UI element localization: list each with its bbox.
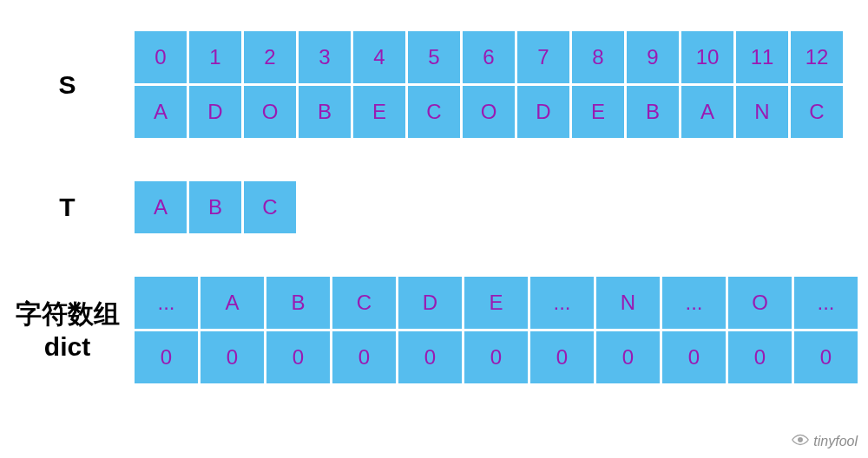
s-index-cell: 6 xyxy=(463,31,515,83)
t-char-cell: A xyxy=(135,181,187,233)
dict-value-cell: 0 xyxy=(201,331,264,383)
s-index-cell: 8 xyxy=(572,31,624,83)
s-char-cell: E xyxy=(572,86,624,138)
s-index-cell: 3 xyxy=(299,31,351,83)
section-t: T A B C xyxy=(0,181,868,233)
dict-value-cell: 0 xyxy=(596,331,660,383)
s-char-row: A D O B E C O D E B A N C xyxy=(135,86,843,138)
s-index-cell: 1 xyxy=(189,31,241,83)
dict-key-cell: C xyxy=(332,277,396,329)
dict-value-cell: 0 xyxy=(794,331,858,383)
svg-point-0 xyxy=(799,438,803,442)
dict-value-cell: 0 xyxy=(662,331,726,383)
s-char-cell: A xyxy=(681,86,733,138)
s-char-cell: C xyxy=(408,86,460,138)
s-char-cell: C xyxy=(791,86,843,138)
s-char-cell: E xyxy=(353,86,405,138)
label-t: T xyxy=(0,191,135,224)
s-index-cell: 7 xyxy=(517,31,569,83)
dict-key-cell: ... xyxy=(794,277,858,329)
dict-key-cell: D xyxy=(398,277,462,329)
s-index-cell: 4 xyxy=(353,31,405,83)
section-s: S 0 1 2 3 4 5 6 7 8 9 10 11 12 A D O xyxy=(0,31,868,138)
s-char-cell: B xyxy=(627,86,679,138)
grid-t: A B C xyxy=(135,181,296,233)
t-char-cell: C xyxy=(244,181,296,233)
s-index-cell: 5 xyxy=(408,31,460,83)
dict-key-cell: B xyxy=(266,277,330,329)
dict-value-cell: 0 xyxy=(332,331,396,383)
dict-key-cell: E xyxy=(464,277,528,329)
dict-value-cell: 0 xyxy=(530,331,594,383)
dict-value-cell: 0 xyxy=(728,331,792,383)
section-dict: 字符数组 dict ... A B C D E ... N ... O ... … xyxy=(0,277,868,383)
dict-key-cell: ... xyxy=(662,277,726,329)
s-char-cell: D xyxy=(517,86,569,138)
dict-key-cell: O xyxy=(728,277,792,329)
s-char-cell: D xyxy=(189,86,241,138)
dict-key-row: ... A B C D E ... N ... O ... xyxy=(135,277,858,329)
s-char-cell: O xyxy=(244,86,296,138)
grid-dict: ... A B C D E ... N ... O ... 0 0 0 0 0 … xyxy=(135,277,858,383)
s-index-cell: 12 xyxy=(791,31,843,83)
dict-value-cell: 0 xyxy=(464,331,528,383)
s-char-cell: B xyxy=(299,86,351,138)
s-index-cell: 11 xyxy=(736,31,788,83)
s-char-cell: N xyxy=(736,86,788,138)
dict-value-cell: 0 xyxy=(398,331,462,383)
dict-key-cell: ... xyxy=(135,277,198,329)
dict-value-cell: 0 xyxy=(266,331,330,383)
label-dict: 字符数组 dict xyxy=(0,298,135,363)
grid-s: 0 1 2 3 4 5 6 7 8 9 10 11 12 A D O B E C xyxy=(135,31,843,138)
dict-key-cell: ... xyxy=(530,277,594,329)
s-index-cell: 10 xyxy=(681,31,733,83)
s-char-cell: A xyxy=(135,86,187,138)
watermark: tinyfool xyxy=(791,430,858,453)
label-s: S xyxy=(0,69,135,101)
s-index-cell: 9 xyxy=(627,31,679,83)
watermark-text: tinyfool xyxy=(813,434,858,449)
s-index-row: 0 1 2 3 4 5 6 7 8 9 10 11 12 xyxy=(135,31,843,83)
weibo-eye-icon xyxy=(791,430,810,453)
s-char-cell: O xyxy=(463,86,515,138)
t-char-cell: B xyxy=(189,181,241,233)
s-index-cell: 2 xyxy=(244,31,296,83)
dict-value-cell: 0 xyxy=(135,331,198,383)
dict-key-cell: A xyxy=(201,277,264,329)
s-index-cell: 0 xyxy=(135,31,187,83)
dict-key-cell: N xyxy=(596,277,660,329)
dict-value-row: 0 0 0 0 0 0 0 0 0 0 0 xyxy=(135,331,858,383)
t-char-row: A B C xyxy=(135,181,296,233)
